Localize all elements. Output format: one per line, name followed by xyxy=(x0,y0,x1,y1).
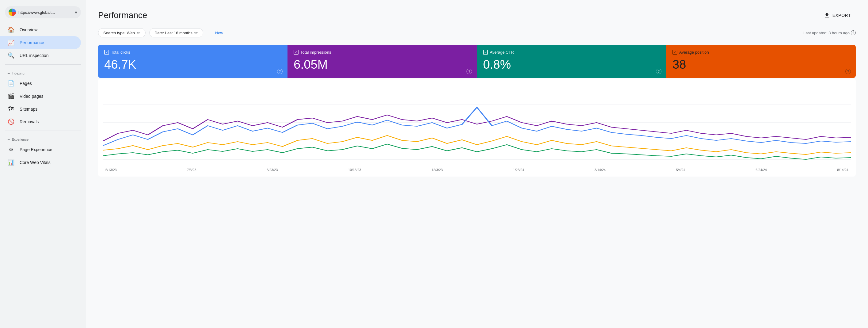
indexing-label: Indexing xyxy=(12,71,25,75)
help-icon-position[interactable]: ? xyxy=(845,69,851,74)
last-updated-text: Last updated: 3 hours ago xyxy=(803,31,849,35)
sitemaps-icon: 🗺 xyxy=(7,106,15,112)
core-web-vitals-icon: 📊 xyxy=(7,159,15,166)
divider-2 xyxy=(5,130,81,131)
sidebar-item-page-experience-label: Page Experience xyxy=(20,147,53,152)
metric-label-position: Average position xyxy=(679,50,709,55)
metric-label-row-position: ✓ Average position xyxy=(673,50,849,55)
experience-section-label: − Experience xyxy=(0,133,86,143)
x-label-4: 12/3/23 xyxy=(432,168,443,172)
x-label-3: 10/13/23 xyxy=(348,168,361,172)
x-label-1: 7/3/23 xyxy=(187,168,196,172)
x-label-9: 8/14/24 xyxy=(837,168,848,172)
metric-value-position: 38 xyxy=(673,57,849,72)
metric-value-clicks: 46.7K xyxy=(104,57,281,72)
new-filter-button[interactable]: + New xyxy=(207,29,228,37)
metric-label-clicks: Total clicks xyxy=(111,50,130,55)
x-label-0: 5/13/23 xyxy=(105,168,117,172)
metric-value-impressions: 6.05M xyxy=(293,57,471,72)
main-content: Performance EXPORT Search type: Web ✏ Da… xyxy=(86,0,868,328)
metric-check-impressions: ✓ xyxy=(293,50,299,55)
pages-icon: 📄 xyxy=(7,80,15,87)
removals-icon: 🚫 xyxy=(7,118,15,125)
metric-label-row-clicks: ✓ Total clicks xyxy=(104,50,281,55)
collapse-icon-2[interactable]: − xyxy=(7,137,10,142)
x-label-2: 8/23/23 xyxy=(267,168,278,172)
performance-chart xyxy=(103,86,851,166)
search-type-filter[interactable]: Search type: Web ✏ xyxy=(98,28,146,37)
metric-card-average-ctr[interactable]: ✓ Average CTR 0.8% ? xyxy=(477,45,666,78)
experience-label: Experience xyxy=(12,138,29,141)
sidebar-item-sitemaps[interactable]: 🗺 Sitemaps xyxy=(0,103,81,115)
page-experience-icon: ⚙ xyxy=(7,146,15,153)
last-updated: Last updated: 3 hours ago ? xyxy=(803,30,856,35)
collapse-icon[interactable]: − xyxy=(7,71,10,76)
sidebar-item-core-web-vitals[interactable]: 📊 Core Web Vitals xyxy=(0,156,81,169)
sidebar-item-sitemaps-label: Sitemaps xyxy=(20,107,37,112)
metric-label-impressions: Total impressions xyxy=(300,50,331,55)
sidebar-item-overview[interactable]: 🏠 Overview xyxy=(0,23,81,36)
main-header: Performance EXPORT xyxy=(98,10,856,21)
metric-label-row-impressions: ✓ Total impressions xyxy=(293,50,471,55)
metric-label-ctr: Average CTR xyxy=(490,50,514,55)
sidebar-item-overview-label: Overview xyxy=(20,27,37,32)
metric-value-ctr: 0.8% xyxy=(483,57,660,72)
metric-check-position: ✓ xyxy=(673,50,677,55)
site-selector[interactable]: https://www.globalt... ▾ xyxy=(5,6,81,19)
metric-check-ctr: ✓ xyxy=(483,50,488,55)
x-label-7: 5/4/24 xyxy=(676,168,685,172)
export-label: EXPORT xyxy=(832,13,851,18)
home-icon: 🏠 xyxy=(7,26,15,33)
sidebar-item-pages-label: Pages xyxy=(20,81,32,86)
metric-cards: ✓ Total clicks 46.7K ? ✓ Total impressio… xyxy=(98,45,856,78)
sidebar-item-video-pages[interactable]: 🎬 Video pages xyxy=(0,90,81,103)
chevron-down-icon: ▾ xyxy=(75,9,77,15)
help-icon-clicks[interactable]: ? xyxy=(277,69,283,74)
trending-up-icon: 📈 xyxy=(7,39,15,46)
divider-1 xyxy=(5,64,81,65)
x-label-8: 6/24/24 xyxy=(755,168,767,172)
sidebar-item-removals[interactable]: 🚫 Removals xyxy=(0,115,81,128)
chart-container: 5/13/23 7/3/23 8/23/23 10/13/23 12/3/23 … xyxy=(98,79,856,177)
sidebar: https://www.globalt... ▾ 🏠 Overview 📈 Pe… xyxy=(0,0,86,328)
x-label-6: 3/14/24 xyxy=(595,168,606,172)
date-filter[interactable]: Date: Last 16 months ✏ xyxy=(149,28,203,37)
x-axis-labels: 5/13/23 7/3/23 8/23/23 10/13/23 12/3/23 … xyxy=(103,168,851,172)
sidebar-item-performance-label: Performance xyxy=(20,40,44,45)
sidebar-item-url-inspection[interactable]: 🔍 URL inspection xyxy=(0,49,81,62)
metric-label-row-ctr: ✓ Average CTR xyxy=(483,50,660,55)
help-icon-impressions[interactable]: ? xyxy=(466,69,472,74)
download-icon xyxy=(824,12,830,19)
page-title: Performance xyxy=(98,10,147,20)
edit-icon: ✏ xyxy=(137,30,141,35)
sidebar-item-page-experience[interactable]: ⚙ Page Experience xyxy=(0,143,81,156)
chart-area xyxy=(103,86,851,166)
edit-icon-2: ✏ xyxy=(194,30,198,35)
sidebar-item-url-inspection-label: URL inspection xyxy=(20,53,49,58)
sidebar-item-removals-label: Removals xyxy=(20,119,39,124)
filters-row: Search type: Web ✏ Date: Last 16 months … xyxy=(98,28,856,37)
help-icon[interactable]: ? xyxy=(851,30,856,35)
date-label: Date: Last 16 months xyxy=(154,31,192,35)
metric-card-total-impressions[interactable]: ✓ Total impressions 6.05M ? xyxy=(287,45,477,78)
sidebar-item-video-pages-label: Video pages xyxy=(20,94,43,99)
site-url: https://www.globalt... xyxy=(19,10,72,15)
sidebar-item-pages[interactable]: 📄 Pages xyxy=(0,77,81,90)
help-icon-ctr[interactable]: ? xyxy=(656,69,661,74)
search-type-label: Search type: Web xyxy=(103,31,135,35)
export-button[interactable]: EXPORT xyxy=(819,10,856,21)
indexing-section-label: − Indexing xyxy=(0,67,86,77)
site-favicon xyxy=(8,8,16,16)
video-icon: 🎬 xyxy=(7,93,15,100)
search-icon: 🔍 xyxy=(7,52,15,59)
metric-check-clicks: ✓ xyxy=(104,50,109,55)
metric-card-total-clicks[interactable]: ✓ Total clicks 46.7K ? xyxy=(98,45,287,78)
sidebar-item-performance[interactable]: 📈 Performance xyxy=(0,36,81,49)
sidebar-item-core-web-vitals-label: Core Web Vitals xyxy=(20,160,51,165)
new-filter-label: + New xyxy=(212,31,223,35)
x-label-5: 1/23/24 xyxy=(513,168,524,172)
metric-card-average-position[interactable]: ✓ Average position 38 ? xyxy=(666,45,856,78)
